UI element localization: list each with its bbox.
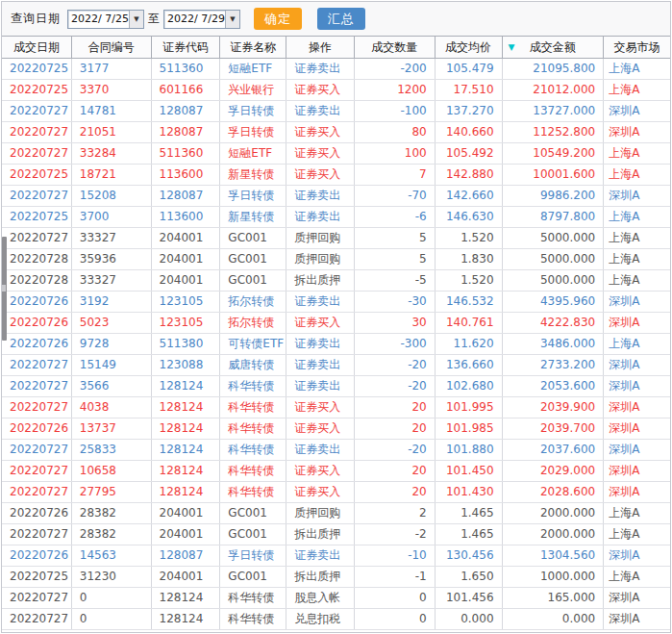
cell-code: 204001 bbox=[152, 228, 221, 248]
table-row[interactable]: 2022072727795128124科华转债证券买入20101.4302028… bbox=[2, 482, 670, 503]
table-row[interactable]: 2022072715149123088威唐转债证券卖出-20136.660273… bbox=[2, 355, 670, 376]
cell-qty: 2 bbox=[355, 503, 436, 523]
cell-amount: 1304.560 bbox=[503, 545, 605, 566]
cell-amount: 9986.200 bbox=[503, 186, 605, 206]
date-from-select[interactable]: 2022/ 7/25 ▼ bbox=[67, 10, 144, 29]
cell-action: 证券卖出 bbox=[286, 101, 355, 121]
col-header-price[interactable]: 成交均价 bbox=[436, 37, 503, 58]
cell-qty: 20 bbox=[355, 482, 436, 502]
cell-code: 128124 bbox=[152, 461, 221, 481]
cell-price: 101.456 bbox=[436, 588, 503, 608]
left-scrollbar-thumb[interactable] bbox=[2, 237, 7, 341]
cell-name: 孚日转债 bbox=[220, 545, 286, 566]
cell-date: 20220726 bbox=[2, 545, 72, 566]
cell-code: 204001 bbox=[152, 249, 221, 269]
cell-name: 科华转债 bbox=[220, 482, 286, 502]
cell-market: 上海A bbox=[604, 334, 670, 354]
table-row[interactable]: 202207270128124科华转债股息入帐0101.456165.000深圳… bbox=[2, 588, 670, 609]
col-header-date[interactable]: 成交日期 bbox=[2, 37, 72, 58]
table-row[interactable]: 2022072733284511360短融ETF证券买入100105.49210… bbox=[2, 143, 670, 165]
table-row[interactable]: 2022072710658128124科华转债证券买入20101.4502029… bbox=[2, 461, 670, 482]
cell-amount: 2039.700 bbox=[503, 418, 605, 439]
table-row[interactable]: 202207269728511380可转债ETF证券卖出-30011.62034… bbox=[2, 334, 670, 355]
cell-contract: 25833 bbox=[72, 440, 152, 460]
cell-action: 股息入帐 bbox=[286, 588, 355, 608]
cell-contract: 28382 bbox=[72, 503, 152, 523]
table-row[interactable]: 202207253177511360短融ETF证券卖出-200105.47921… bbox=[2, 59, 670, 80]
cell-code: 123105 bbox=[152, 313, 221, 333]
cell-qty: 7 bbox=[355, 165, 436, 185]
col-header-contract[interactable]: 合同编号 bbox=[72, 37, 152, 58]
table-row[interactable]: 2022072613737128124科华转债证券买入20101.9852039… bbox=[2, 418, 670, 440]
table-row[interactable]: 2022072614563128087孚日转债证券卖出-10130.456130… bbox=[2, 545, 670, 567]
cell-market: 深圳A bbox=[604, 313, 670, 333]
cell-action: 拆出质押 bbox=[286, 524, 355, 545]
cell-amount: 2053.600 bbox=[503, 376, 605, 396]
to-label: 至 bbox=[148, 11, 160, 27]
cell-contract: 3192 bbox=[72, 292, 152, 312]
cell-date: 20220727 bbox=[2, 609, 72, 629]
table-row[interactable]: 202207253370601166兴业银行证券买入120017.5102101… bbox=[2, 80, 670, 101]
table-row[interactable]: 2022072833327204001GC001拆出质押-51.5205000.… bbox=[2, 270, 670, 292]
cell-qty: 100 bbox=[355, 143, 436, 164]
table-row[interactable]: 2022072715208128087孚日转债证券卖出-70142.660998… bbox=[2, 186, 670, 207]
cell-qty: 20 bbox=[355, 418, 436, 439]
col-header-amount[interactable]: ▼成交金额 bbox=[503, 37, 605, 58]
cell-contract: 14781 bbox=[72, 101, 152, 121]
table-row[interactable]: 2022072835936204001GC001质押回购51.8305000.0… bbox=[2, 249, 670, 270]
table-row[interactable]: 202207253700113600新星转债证券卖出-6146.6308797.… bbox=[2, 207, 670, 228]
table-row[interactable]: 202207273566128124科华转债证券卖出-20102.6802053… bbox=[2, 376, 670, 397]
cell-name: 科华转债 bbox=[220, 376, 286, 396]
cell-code: 123105 bbox=[152, 292, 221, 312]
cell-market: 深圳A bbox=[604, 482, 670, 502]
confirm-button[interactable]: 确定 bbox=[254, 8, 302, 30]
chevron-down-icon[interactable]: ▼ bbox=[225, 11, 239, 28]
cell-code: 128087 bbox=[152, 545, 221, 566]
col-header-label: 交易市场 bbox=[614, 40, 660, 54]
table-row[interactable]: 2022072721051128087孚日转债证券买入80140.6601125… bbox=[2, 122, 670, 143]
cell-contract: 18721 bbox=[72, 165, 152, 185]
cell-contract: 33284 bbox=[72, 143, 152, 164]
col-header-code[interactable]: 证券代码 bbox=[152, 37, 221, 58]
cell-contract: 33327 bbox=[72, 270, 152, 291]
col-header-action[interactable]: 操作 bbox=[286, 37, 355, 58]
cell-contract: 5023 bbox=[72, 313, 152, 333]
date-to-value: 2022/ 7/29 bbox=[164, 13, 225, 25]
cell-market: 深圳A bbox=[604, 440, 670, 460]
col-header-name[interactable]: 证券名称 bbox=[220, 37, 286, 58]
cell-date: 20220727 bbox=[2, 355, 72, 375]
chevron-down-icon[interactable]: ▼ bbox=[129, 11, 143, 28]
cell-date: 20220727 bbox=[2, 524, 72, 545]
table-row[interactable]: 202207263192123105拓尔转债证券卖出-30146.5324395… bbox=[2, 292, 670, 313]
cell-price: 1.650 bbox=[436, 567, 503, 587]
cell-action: 证券买入 bbox=[286, 80, 355, 100]
cell-market: 上海A bbox=[604, 567, 670, 587]
col-header-market[interactable]: 交易市场 bbox=[604, 37, 670, 58]
cell-code: 128124 bbox=[152, 418, 221, 439]
cell-amount: 8797.800 bbox=[503, 207, 605, 227]
cell-action: 证券买入 bbox=[286, 418, 355, 439]
col-header-qty[interactable]: 成交数量 bbox=[355, 37, 436, 58]
table-row[interactable]: 2022072518721113600新星转债证券买入7142.88010001… bbox=[2, 165, 670, 186]
cell-date: 20220727 bbox=[2, 588, 72, 608]
cell-date: 20220726 bbox=[2, 334, 72, 354]
table-row[interactable]: 2022072728382204001GC001拆出质押-21.4652000.… bbox=[2, 524, 670, 545]
table-row[interactable]: 2022072628382204001GC001质押回购21.4652000.0… bbox=[2, 503, 670, 524]
cell-contract: 9728 bbox=[72, 334, 152, 354]
table-row[interactable]: 202207270128124科华转债兑息扣税00.0000.000深圳A bbox=[2, 609, 670, 630]
cell-amount: 2037.600 bbox=[503, 440, 605, 460]
cell-qty: 0 bbox=[355, 588, 436, 608]
cell-name: GC001 bbox=[220, 567, 286, 587]
table-row[interactable]: 2022072531230204001GC001拆出质押-11.6501000.… bbox=[2, 567, 670, 588]
table-row[interactable]: 2022072733327204001GC001质押回购51.5205000.0… bbox=[2, 228, 670, 249]
date-to-select[interactable]: 2022/ 7/29 ▼ bbox=[163, 10, 240, 29]
table-row[interactable]: 2022072714781128087孚日转债证券卖出-100137.27013… bbox=[2, 101, 670, 122]
table-row[interactable]: 202207265023123105拓尔转债证券买入30140.7614222.… bbox=[2, 313, 670, 334]
table-row[interactable]: 202207274038128124科华转债证券买入20101.9952039.… bbox=[2, 397, 670, 418]
cell-code: 113600 bbox=[152, 165, 221, 185]
table-row[interactable]: 2022072725833128124科华转债证券卖出-20101.880203… bbox=[2, 440, 670, 461]
cell-name: 可转债ETF bbox=[220, 334, 286, 354]
cell-price: 101.985 bbox=[436, 418, 503, 439]
sort-desc-icon[interactable]: ▼ bbox=[509, 37, 515, 58]
summary-button[interactable]: 汇总 bbox=[317, 8, 365, 30]
